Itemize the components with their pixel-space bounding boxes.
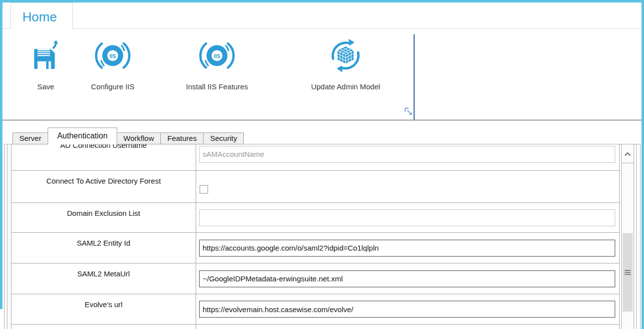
vertical-scrollbar[interactable] bbox=[621, 144, 634, 329]
field-value-cell: sAMAccountName bbox=[196, 144, 620, 171]
field-label: Connect To Active Directory Forest bbox=[11, 170, 196, 203]
field-label: SAML2 MetaUrl bbox=[11, 263, 196, 294]
tab-features[interactable]: Features bbox=[160, 132, 204, 144]
tab-authentication[interactable]: Authentication bbox=[48, 128, 117, 144]
saml2-metaurl-input[interactable]: ~/GoogleIDPMetadata-erwingsuite.net.xml bbox=[199, 270, 615, 287]
grip-icon bbox=[625, 274, 631, 275]
scrollbar-thumb[interactable] bbox=[623, 233, 633, 312]
ribbon-group-separator bbox=[414, 34, 415, 120]
ribbon-button-label: Update Admin Model bbox=[311, 82, 380, 91]
field-value-cell: https://accounts.google.com/o/saml2?idpi… bbox=[196, 232, 620, 263]
ribbon-button-install-iis-features[interactable]: IIS Install IIS Features bbox=[170, 33, 264, 102]
ribbon-tab-home[interactable]: Home bbox=[10, 2, 73, 29]
form-row: SAML2 MetaUrl~/GoogleIDPMetadata-erwings… bbox=[11, 263, 620, 294]
field-value-cell: https://evolvemain.host.casewise.com/evo… bbox=[196, 294, 620, 325]
connect-to-active-directory-forest-checkbox[interactable] bbox=[200, 185, 208, 194]
ribbon-toolbar: Save IIS Configure IIS IIS Install IIS F… bbox=[2, 28, 642, 121]
svg-text:IIS: IIS bbox=[110, 53, 116, 59]
form-row: AD Connection UsernamesAMAccountName bbox=[11, 144, 620, 171]
form-row: Evolve's urlhttps://evolvemain.host.case… bbox=[11, 294, 620, 325]
form-scroll-area: AD Connection UsernamesAMAccountNameConn… bbox=[7, 144, 637, 329]
domain-exclusion-list-input[interactable] bbox=[199, 209, 615, 226]
field-value-cell: ~/GoogleIDPMetadata-erwingsuite.net.xml bbox=[196, 263, 620, 294]
field-value-cell bbox=[196, 170, 620, 203]
field-value-cell bbox=[196, 202, 620, 233]
field-label bbox=[11, 324, 196, 329]
grip-icon bbox=[625, 270, 631, 271]
form-row bbox=[11, 324, 620, 329]
scroll-up-icon bbox=[624, 149, 631, 158]
tab-workflow[interactable]: Workflow bbox=[117, 132, 161, 144]
scroll-up-button[interactable] bbox=[622, 144, 634, 163]
field-label: Evolve's url bbox=[11, 294, 196, 325]
form-row: Domain Exclusion List bbox=[11, 202, 620, 233]
ribbon-button-configure-iis[interactable]: IIS Configure IIS bbox=[75, 33, 150, 102]
field-label: SAML2 Entity Id bbox=[11, 232, 196, 263]
window-border-top bbox=[0, 0, 644, 2]
saml2-entity-id-input[interactable]: https://accounts.google.com/o/saml2?idpi… bbox=[199, 240, 615, 257]
evolve-s-url-input[interactable]: https://evolvemain.host.casewise.com/evo… bbox=[199, 301, 615, 318]
ribbon-button-label: Install IIS Features bbox=[186, 82, 248, 91]
tab-page-panel: AD Connection UsernamesAMAccountNameConn… bbox=[4, 144, 641, 329]
form-row: SAML2 Entity Idhttps://accounts.google.c… bbox=[11, 232, 620, 263]
field-label: AD Connection Username bbox=[11, 144, 196, 171]
form-rows: AD Connection UsernamesAMAccountNameConn… bbox=[11, 144, 620, 329]
grip-icon bbox=[625, 272, 631, 273]
ribbon-button-label: Save bbox=[37, 82, 54, 91]
cube-sync-icon bbox=[326, 33, 365, 78]
ribbon-button-update-admin-model[interactable]: Update Admin Model bbox=[296, 33, 395, 102]
ribbon-button-label: Configure IIS bbox=[91, 82, 135, 91]
tab-security[interactable]: Security bbox=[203, 132, 244, 144]
app-window: Home Save IIS Configure IIS IIS Install bbox=[0, 0, 644, 329]
save-icon bbox=[31, 33, 60, 78]
svg-text:IIS: IIS bbox=[214, 53, 220, 59]
ribbon-button-save[interactable]: Save bbox=[21, 33, 71, 102]
window-border-right bbox=[642, 0, 644, 329]
field-label: Domain Exclusion List bbox=[11, 202, 196, 233]
dialog-launcher-icon[interactable] bbox=[405, 108, 413, 116]
field-value-cell bbox=[196, 324, 620, 329]
iis-gear-icon: IIS bbox=[93, 33, 133, 78]
ad-connection-username-input[interactable]: sAMAccountName bbox=[199, 146, 615, 163]
tab-server[interactable]: Server bbox=[12, 132, 48, 144]
tab-strip: ServerAuthenticationWorkflowFeaturesSecu… bbox=[12, 128, 244, 144]
iis-gear-icon: IIS bbox=[197, 33, 237, 78]
form-row: Connect To Active Directory Forest bbox=[11, 170, 620, 203]
